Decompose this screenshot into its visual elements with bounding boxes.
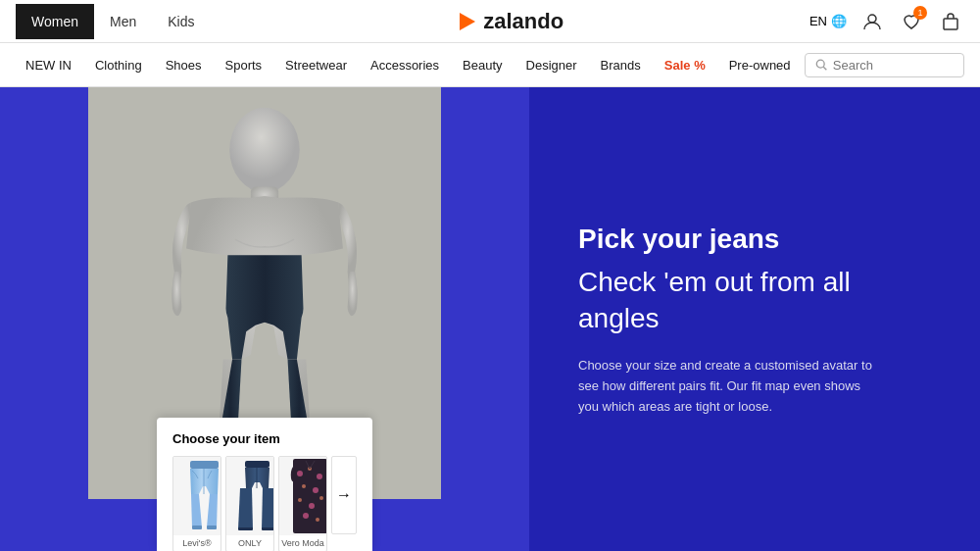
svg-point-3	[816, 60, 824, 68]
jeans-image-levis	[182, 459, 222, 533]
svg-point-21	[317, 474, 322, 479]
user-icon-button[interactable]	[858, 8, 886, 35]
globe-icon: 🌐	[831, 14, 847, 28]
svg-marker-0	[460, 13, 475, 30]
item-card-levis[interactable]: Levi's®	[172, 456, 221, 551]
nav-bar: NEW IN Clothing Shoes Sports Streetwear …	[0, 43, 980, 86]
bag-icon	[941, 12, 960, 31]
promo-title: Pick your jeans	[578, 223, 931, 256]
shirt-image-veromoda	[288, 459, 328, 533]
logo-text: zalando	[483, 9, 564, 34]
svg-point-6	[229, 108, 299, 193]
nav-sports[interactable]: Sports	[216, 43, 272, 86]
search-icon	[815, 58, 827, 72]
arrow-right-icon: →	[336, 486, 352, 504]
svg-point-22	[302, 484, 306, 488]
nav-new-in[interactable]: NEW IN	[16, 43, 81, 86]
wishlist-badge: 1	[913, 6, 927, 20]
brand-label-levis: Levi's®	[173, 535, 220, 551]
svg-point-19	[297, 471, 303, 476]
nav-streetwear[interactable]: Streetwear	[275, 43, 357, 86]
logo[interactable]: zalando	[456, 9, 564, 34]
svg-rect-15	[238, 527, 253, 530]
top-bar: Women Men Kids zalando EN 🌐	[0, 0, 980, 43]
svg-rect-12	[207, 526, 217, 529]
nav-brands[interactable]: Brands	[591, 43, 651, 86]
lang-text: EN	[809, 14, 827, 28]
logo-play-icon	[456, 11, 477, 32]
left-panel: Choose your item	[0, 87, 529, 551]
nav-preowned[interactable]: Pre-owned	[719, 43, 801, 86]
tab-women[interactable]: Women	[16, 4, 94, 39]
svg-point-26	[319, 496, 323, 500]
blue-right-strip	[441, 87, 529, 499]
search-box[interactable]	[805, 53, 964, 77]
nav-clothing[interactable]: Clothing	[85, 43, 152, 86]
logo-area: zalando	[210, 9, 808, 34]
cart-icon-button[interactable]	[937, 8, 964, 35]
nav-designer[interactable]: Designer	[516, 43, 587, 86]
nav-sale[interactable]: Sale %	[655, 43, 715, 86]
gender-tabs: Women Men Kids	[16, 4, 210, 39]
svg-rect-14	[245, 461, 270, 468]
svg-point-1	[868, 15, 876, 23]
item-cards-container: Levi's®	[172, 456, 357, 551]
item-card-only[interactable]: ONLY	[225, 456, 274, 551]
user-icon	[862, 12, 882, 31]
tab-men[interactable]: Men	[94, 4, 152, 39]
item-image-levis	[173, 457, 221, 535]
svg-rect-16	[262, 527, 275, 530]
brand-label-only: ONLY	[226, 535, 273, 551]
nav-accessories[interactable]: Accessories	[361, 43, 449, 86]
promo-subtitle: Check 'em out from all angles	[578, 265, 931, 336]
header-actions: EN 🌐 1	[809, 8, 964, 35]
nav-shoes[interactable]: Shoes	[156, 43, 212, 86]
search-input[interactable]	[833, 58, 954, 73]
svg-point-24	[298, 498, 302, 502]
svg-rect-10	[190, 461, 219, 469]
item-card-veromoda[interactable]: Vero Moda	[278, 456, 327, 551]
choose-item-card: Choose your item	[157, 418, 372, 551]
svg-point-25	[309, 503, 315, 509]
svg-point-27	[303, 513, 309, 519]
brand-label-veromoda: Vero Moda	[279, 535, 326, 551]
svg-point-23	[313, 487, 318, 493]
nav-beauty[interactable]: Beauty	[453, 43, 512, 86]
next-item-arrow[interactable]: →	[331, 456, 357, 534]
language-selector[interactable]: EN 🌐	[809, 14, 847, 28]
avatar-figure	[88, 87, 441, 475]
jeans-image-only	[235, 459, 275, 533]
svg-rect-11	[192, 526, 202, 529]
header: Women Men Kids zalando EN 🌐	[0, 0, 980, 87]
blue-left-strip	[0, 87, 88, 499]
choose-item-title: Choose your item	[172, 431, 357, 446]
promo-description: Choose your size and create a customised…	[578, 356, 872, 417]
main-content: Choose your item	[0, 87, 980, 551]
svg-line-4	[823, 67, 826, 70]
tab-kids[interactable]: Kids	[152, 4, 210, 39]
right-panel: Pick your jeans Check 'em out from all a…	[529, 87, 980, 551]
wishlist-icon-button[interactable]: 1	[898, 8, 925, 35]
item-image-only	[226, 457, 274, 535]
svg-rect-2	[944, 19, 957, 29]
item-image-veromoda	[279, 457, 327, 535]
svg-point-28	[316, 518, 319, 522]
